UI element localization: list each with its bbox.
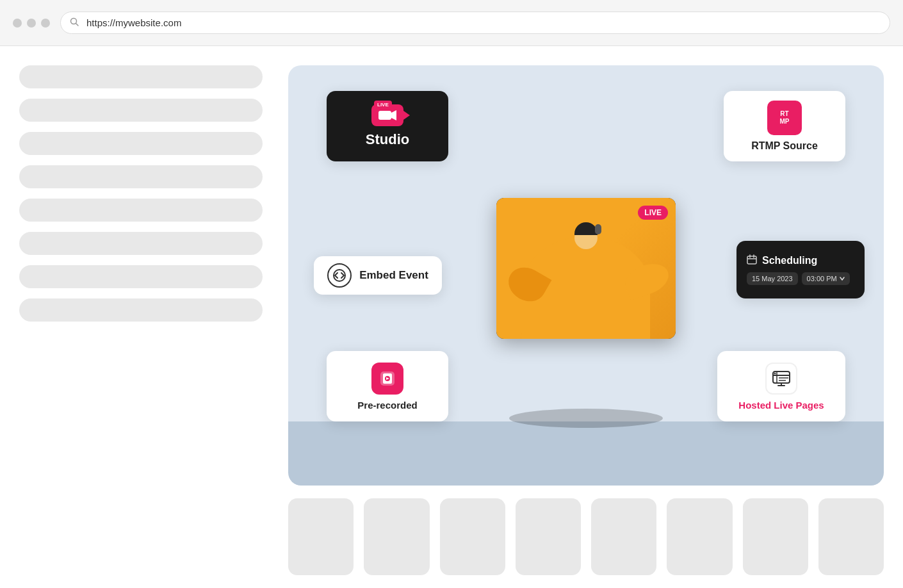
embed-event-label: Embed Event [359,269,428,282]
live-pill: LIVE [374,101,392,109]
scheduling-fields: 15 May 2023 03:00 PM [747,272,850,285]
tv-shadow [509,409,663,428]
svg-rect-2 [378,111,391,120]
embed-event-card: Embed Event [314,256,442,295]
bottom-card-1 [288,498,354,575]
sidebar-item [19,132,263,155]
bottom-card-7 [743,498,808,575]
browser-chrome: https://mywebsite.com [0,0,903,46]
person-hair [574,222,598,235]
search-icon [70,17,79,28]
browser-dot-2 [27,19,36,28]
bottom-card-5 [591,498,656,575]
bottom-card-6 [667,498,732,575]
sidebar-item [19,199,263,222]
scheduling-time: 03:00 PM [802,272,850,285]
sidebar-item [19,165,263,188]
illustration-floor [288,421,884,486]
svg-point-16 [774,372,776,374]
rtmp-icon: RTMP [767,101,802,135]
sidebar-item [19,265,263,288]
bottom-card-3 [440,498,505,575]
svg-marker-3 [391,110,396,120]
hosted-icon [765,363,797,395]
main-content: LIVE LIVE Studio R [0,46,903,588]
right-content: LIVE LIVE Studio R [282,46,903,588]
url-text: https://mywebsite.com [86,17,181,28]
prerecorded-label: Pre-recorded [357,400,417,411]
calendar-icon [747,254,757,267]
headset [595,224,601,234]
hosted-live-pages-card: Hosted Live Pages [717,351,845,421]
live-badge: LIVE [638,206,668,220]
bottom-card-8 [818,498,884,575]
bottom-card-4 [516,498,581,575]
illustration-card: LIVE LIVE Studio R [288,65,884,486]
tv-screen: LIVE [496,198,676,339]
studio-card: LIVE Studio [327,91,448,161]
scheduling-card: Scheduling 15 May 2023 03:00 PM [736,241,865,298]
scheduling-title: Scheduling [747,254,817,267]
studio-label: Studio [366,131,409,148]
browser-dot-3 [41,19,50,28]
sidebar-item [19,232,263,255]
browser-dot-1 [13,19,22,28]
svg-rect-5 [747,256,756,264]
hosted-label: Hosted Live Pages [738,400,824,411]
browser-window-controls [13,19,50,28]
sidebar-item [19,298,263,322]
rtmp-card: RTMP RTMP Source [724,91,845,161]
rtmp-label: RTMP Source [751,140,818,152]
bottom-card-2 [364,498,429,575]
scheduling-title-text: Scheduling [762,255,817,266]
prerecorded-card: Pre-recorded [327,351,448,421]
svg-line-1 [76,24,79,26]
sidebar-item [19,65,263,88]
sidebar-item [19,99,263,122]
studio-icon: LIVE [371,104,403,126]
address-bar[interactable]: https://mywebsite.com [60,12,890,34]
sidebar [0,46,282,588]
embed-icon [327,263,352,288]
bottom-cards-row [288,498,884,575]
prerecorded-icon [371,363,403,395]
tv-screen-inner: LIVE [496,198,676,339]
scheduling-date: 15 May 2023 [747,272,798,285]
